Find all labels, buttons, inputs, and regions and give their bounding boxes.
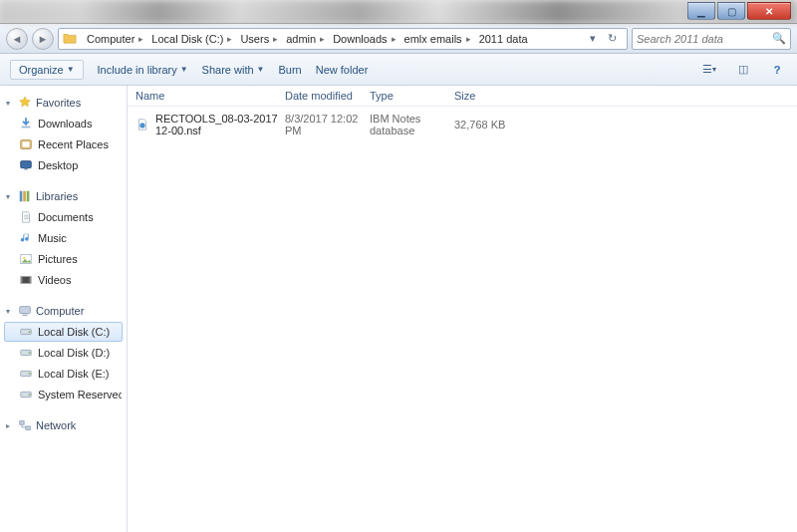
collapse-icon: ▾ — [6, 192, 14, 201]
view-options-icon: ☰ — [702, 63, 712, 76]
libraries-header[interactable]: ▾ Libraries — [6, 189, 123, 203]
pictures-icon — [19, 252, 33, 266]
computer-label: Computer — [36, 305, 84, 317]
column-header-type[interactable]: Type — [370, 90, 454, 102]
burn-button[interactable]: Burn — [278, 64, 301, 76]
breadcrumb-segment[interactable]: 2011 data — [475, 33, 532, 45]
sidebar-item-label: Videos — [38, 274, 71, 286]
burn-label: Burn — [278, 64, 301, 76]
sidebar-item-pictures[interactable]: Pictures — [4, 249, 123, 269]
drive-icon — [19, 346, 33, 360]
preview-pane-button[interactable]: ◫ — [733, 60, 753, 80]
column-header-name[interactable]: Name — [135, 90, 285, 102]
collapse-icon: ▾ — [6, 307, 14, 316]
search-input[interactable] — [637, 33, 768, 45]
share-label: Share with — [202, 64, 254, 76]
sidebar-item-label: Local Disk (C:) — [38, 326, 110, 338]
organize-menu[interactable]: Organize ▼ — [10, 60, 84, 80]
breadcrumb-segment[interactable]: Users▸ — [236, 33, 282, 45]
nsf-file-icon — [135, 118, 149, 132]
sidebar-item-documents[interactable]: Documents — [4, 207, 123, 227]
column-header-size[interactable]: Size — [454, 90, 514, 102]
help-button[interactable]: ? — [767, 60, 787, 80]
sidebar-item-local-disk-e[interactable]: Local Disk (E:) — [4, 364, 123, 384]
file-name-cell: RECTOOLS_08-03-2017 12-00.nsf — [135, 113, 285, 136]
sidebar-item-label: System Reserved (I:) — [38, 389, 123, 400]
documents-icon — [19, 210, 33, 224]
sidebar-item-label: Local Disk (E:) — [38, 368, 110, 380]
sidebar-item-recent-places[interactable]: Recent Places — [4, 134, 123, 154]
navigation-pane: ▾ Favorites Downloads Recent Places Desk… — [0, 86, 128, 532]
chevron-right-icon: ▸ — [227, 34, 232, 44]
svg-rect-23 — [20, 421, 24, 425]
chevron-right-icon: ▸ — [138, 34, 143, 44]
svg-point-16 — [29, 331, 31, 333]
breadcrumb-dropdown-button[interactable]: ▾ — [584, 32, 602, 45]
window-maximize-button[interactable] — [717, 2, 745, 20]
sidebar-item-local-disk-d[interactable]: Local Disk (D:) — [4, 343, 123, 363]
star-icon — [18, 96, 32, 110]
breadcrumb-segment[interactable]: Local Disk (C:)▸ — [147, 33, 236, 45]
svg-rect-6 — [23, 191, 26, 202]
chevron-down-icon: ▼ — [180, 65, 188, 74]
chevron-right-icon: ▸ — [466, 34, 471, 44]
favorites-label: Favorites — [36, 97, 81, 109]
refresh-button[interactable]: ↻ — [602, 32, 623, 45]
sidebar-item-desktop[interactable]: Desktop — [4, 155, 123, 175]
network-icon — [18, 418, 32, 432]
chevron-down-icon: ▼ — [67, 65, 75, 74]
downloads-icon — [19, 117, 33, 131]
libraries-label: Libraries — [36, 190, 78, 202]
drive-icon — [19, 325, 33, 339]
file-size-cell: 32,768 KB — [454, 119, 514, 131]
nav-back-button[interactable]: ◄ — [6, 28, 28, 50]
breadcrumb-segment[interactable]: Downloads▸ — [329, 33, 399, 45]
svg-point-9 — [23, 257, 25, 259]
collapse-icon: ▾ — [6, 99, 14, 108]
drive-icon — [19, 388, 33, 401]
organize-label: Organize — [19, 64, 64, 76]
breadcrumb-segment[interactable]: admin▸ — [282, 33, 329, 45]
network-header[interactable]: ▸ Network — [6, 418, 123, 432]
include-in-library-menu[interactable]: Include in library ▼ — [98, 64, 188, 76]
breadcrumb-bar[interactable]: Computer▸ Local Disk (C:)▸ Users▸ admin▸… — [58, 28, 628, 50]
titlebar-blur — [0, 0, 797, 23]
chevron-right-icon: ▸ — [320, 34, 325, 44]
svg-point-20 — [29, 373, 31, 375]
sidebar-item-local-disk-c[interactable]: Local Disk (C:) — [4, 322, 123, 342]
file-row[interactable]: RECTOOLS_08-03-2017 12-00.nsf 8/3/2017 1… — [128, 107, 797, 142]
new-folder-button[interactable]: New folder — [316, 64, 369, 76]
svg-rect-0 — [22, 127, 31, 129]
arrow-right-icon: ► — [38, 33, 49, 45]
file-name-label: RECTOOLS_08-03-2017 12-00.nsf — [155, 113, 285, 136]
recent-places-icon — [19, 137, 33, 151]
nav-forward-button[interactable]: ► — [32, 28, 54, 50]
favorites-group: ▾ Favorites Downloads Recent Places Desk… — [4, 96, 123, 175]
view-options-button[interactable]: ☰▾ — [699, 60, 719, 80]
window-titlebar — [0, 0, 797, 24]
network-label: Network — [36, 419, 76, 431]
svg-point-22 — [29, 394, 31, 396]
breadcrumb-segment[interactable]: emlx emails▸ — [400, 33, 475, 45]
sidebar-item-videos[interactable]: Videos — [4, 270, 123, 290]
search-icon: 🔍 — [772, 32, 786, 45]
drive-icon — [19, 367, 33, 381]
search-box[interactable]: 🔍 — [632, 28, 791, 50]
computer-header[interactable]: ▾ Computer — [6, 304, 123, 318]
sidebar-item-system-reserved[interactable]: System Reserved (I:) — [4, 385, 123, 404]
explorer-body: ▾ Favorites Downloads Recent Places Desk… — [0, 86, 797, 532]
folder-icon — [63, 31, 79, 47]
address-bar-row: ◄ ► Computer▸ Local Disk (C:)▸ Users▸ ad… — [0, 24, 797, 54]
sidebar-item-downloads[interactable]: Downloads — [4, 114, 123, 133]
sidebar-item-label: Pictures — [38, 253, 78, 265]
svg-rect-7 — [27, 191, 30, 202]
breadcrumb-segment[interactable]: Computer▸ — [83, 33, 147, 45]
preview-pane-icon: ◫ — [738, 63, 748, 76]
window-close-button[interactable] — [747, 2, 791, 20]
column-header-date[interactable]: Date modified — [285, 90, 370, 102]
favorites-header[interactable]: ▾ Favorites — [6, 96, 123, 110]
share-with-menu[interactable]: Share with ▼ — [202, 64, 265, 76]
chevron-down-icon: ▼ — [257, 65, 265, 74]
window-minimize-button[interactable] — [687, 2, 715, 20]
sidebar-item-music[interactable]: Music — [4, 228, 123, 248]
